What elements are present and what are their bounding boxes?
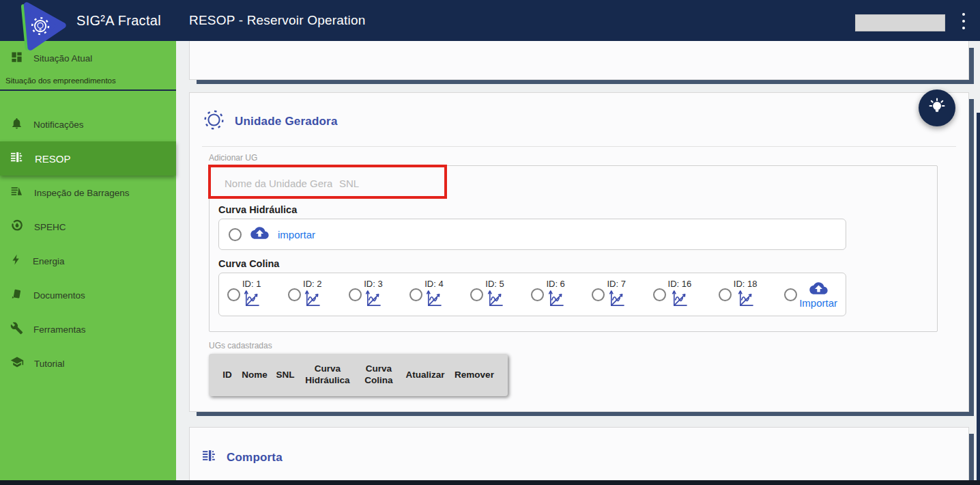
sidebar: Situação Atual Situação dos empreendimen… xyxy=(0,41,176,480)
snl-input[interactable] xyxy=(339,174,401,192)
curva-colina-option[interactable]: ID: 7 xyxy=(592,279,625,309)
curva-colina-import-option[interactable]: Importar xyxy=(784,281,837,308)
curva-colina-option-label: ID: 4 xyxy=(424,279,443,288)
table-column-header: Curva Hidráulica xyxy=(300,363,356,387)
lightbulb-icon xyxy=(927,96,947,120)
curva-colina-label: Curva Colina xyxy=(218,258,937,269)
curva-hidraulica-box: importar xyxy=(218,219,846,250)
importar-link[interactable]: Importar xyxy=(799,298,837,308)
curva-colina-option-label: ID: 18 xyxy=(734,279,758,288)
curva-colina-option[interactable]: ID: 4 xyxy=(409,279,443,309)
curve-chart-icon xyxy=(487,289,504,309)
adicionar-ug-label: Adicionar UG xyxy=(209,153,956,163)
dam-gate-icon xyxy=(10,150,25,167)
main-content: Unidade Geradora Adicionar UG Curva Hidr… xyxy=(176,41,980,485)
sidebar-subtitle: Situação dos empreendimentos xyxy=(0,77,176,91)
module-title: RESOP - Reservoir Operation xyxy=(189,13,365,28)
top-partial-card xyxy=(189,41,969,80)
section-title: Unidade Geradora xyxy=(235,115,338,128)
sidebar-item-ferramentas[interactable]: Ferramentas xyxy=(0,312,176,346)
curva-colina-box: ID: 1 ID: 2 xyxy=(218,273,846,316)
curva-hidraulica-label: Curva Hidráulica xyxy=(218,204,937,215)
curva-colina-option-label: ID: 7 xyxy=(607,279,625,288)
sidebar-item-label: Notificações xyxy=(33,120,84,130)
sidebar-item-label: Inspeção de Barragens xyxy=(34,188,130,198)
table-column-header: Atualizar xyxy=(402,370,448,381)
curva-colina-radio[interactable] xyxy=(227,288,240,301)
table-column-header: Nome xyxy=(238,370,271,381)
sidebar-item-tutorial[interactable]: Tutorial xyxy=(0,346,176,380)
comporta-card: Comporta xyxy=(189,427,969,485)
gear-bulb-triangle-logo xyxy=(14,1,70,57)
sidebar-item-inspecao-de-barragens[interactable]: Inspeção de Barragens xyxy=(0,176,176,210)
curve-chart-icon xyxy=(547,289,564,309)
sidebar-item-label: RESOP xyxy=(35,153,71,165)
curva-colina-radio[interactable] xyxy=(592,288,605,301)
curva-colina-option[interactable]: ID: 6 xyxy=(531,279,564,309)
sidebar-item-resop[interactable]: RESOP xyxy=(0,141,176,176)
sidebar-item-label: Ferramentas xyxy=(33,324,86,335)
sidebar-item-documentos[interactable]: Documentos xyxy=(0,278,176,312)
curva-hidraulica-radio[interactable] xyxy=(229,228,242,241)
curve-chart-icon xyxy=(243,289,260,309)
unidade-geradora-card: Unidade Geradora Adicionar UG Curva Hidr… xyxy=(189,92,969,412)
curva-colina-import-radio[interactable] xyxy=(784,288,797,301)
curva-colina-option[interactable]: ID: 5 xyxy=(470,279,504,309)
curve-chart-icon xyxy=(425,289,442,309)
table-column-header: Remover xyxy=(450,370,498,381)
documents-icon xyxy=(10,288,23,303)
wrench-icon xyxy=(10,322,23,337)
curva-colina-option[interactable]: ID: 2 xyxy=(288,279,321,309)
sidebar-item-label: Documentos xyxy=(33,290,85,301)
curva-colina-option-label: ID: 2 xyxy=(303,279,321,288)
curva-colina-option-label: ID: 6 xyxy=(546,279,564,288)
curva-colina-option-label: ID: 3 xyxy=(364,279,382,288)
curva-colina-radio[interactable] xyxy=(653,288,666,301)
hydro-drop-icon xyxy=(10,219,24,235)
window-bottom-edge xyxy=(0,480,980,485)
curva-colina-radio[interactable] xyxy=(470,288,483,301)
adicionar-ug-panel: Curva Hidráulica importar Curva Colina I… xyxy=(209,165,938,332)
sidebar-item-label: SPEHC xyxy=(34,222,66,232)
sidebar-item-notificacoes[interactable]: Notificações xyxy=(0,107,176,141)
app-title: SIG²A Fractal xyxy=(76,13,161,29)
vertical-scrollbar[interactable] xyxy=(977,113,980,480)
curva-colina-option-label: ID: 16 xyxy=(668,279,692,288)
cloud-upload-icon[interactable] xyxy=(250,225,269,243)
lightbulb-fab-button[interactable] xyxy=(919,89,955,126)
curva-colina-option[interactable]: ID: 16 xyxy=(653,279,692,309)
sidebar-item-label: Tutorial xyxy=(34,359,65,369)
section-title: Comporta xyxy=(227,451,283,465)
curva-colina-radio[interactable] xyxy=(531,288,544,301)
header-search-box[interactable] xyxy=(855,14,945,31)
curva-colina-radio[interactable] xyxy=(719,288,732,301)
divider xyxy=(202,146,956,147)
lightning-icon xyxy=(10,253,23,268)
dam-gate-icon xyxy=(202,448,218,467)
bell-icon xyxy=(10,117,23,133)
curva-colina-radio[interactable] xyxy=(288,288,301,301)
app-header: SIG²A Fractal RESOP - Reservoir Operatio… xyxy=(0,0,980,41)
ugs-cadastradas-label: UGs cadastradas xyxy=(209,341,956,350)
curva-colina-option[interactable]: ID: 1 xyxy=(227,279,261,309)
curve-chart-icon xyxy=(608,289,625,309)
curva-colina-radio[interactable] xyxy=(409,288,422,301)
curva-colina-radio[interactable] xyxy=(349,288,362,301)
cloud-upload-icon[interactable] xyxy=(809,281,828,298)
table-column-header: SNL xyxy=(273,370,298,381)
curva-colina-option-label: ID: 5 xyxy=(485,279,504,288)
curva-colina-option-label: ID: 1 xyxy=(242,279,261,288)
curve-chart-icon xyxy=(364,289,381,309)
graduation-cap-icon xyxy=(10,355,24,372)
sidebar-item-spehc[interactable]: SPEHC xyxy=(0,210,176,244)
curva-colina-option[interactable]: ID: 18 xyxy=(719,279,758,309)
curve-chart-icon xyxy=(304,289,321,309)
sidebar-item-energia[interactable]: Energia xyxy=(0,244,176,278)
kebab-menu-icon[interactable] xyxy=(958,13,969,29)
curve-chart-icon xyxy=(671,289,688,309)
curva-colina-option[interactable]: ID: 3 xyxy=(349,279,382,309)
nome-unidade-geradora-input[interactable] xyxy=(225,174,332,192)
ugs-table-header: ID Nome SNL Curva Hidráulica Curva Colin… xyxy=(209,354,508,396)
importar-link[interactable]: importar xyxy=(278,229,315,240)
curve-chart-icon xyxy=(737,289,754,309)
